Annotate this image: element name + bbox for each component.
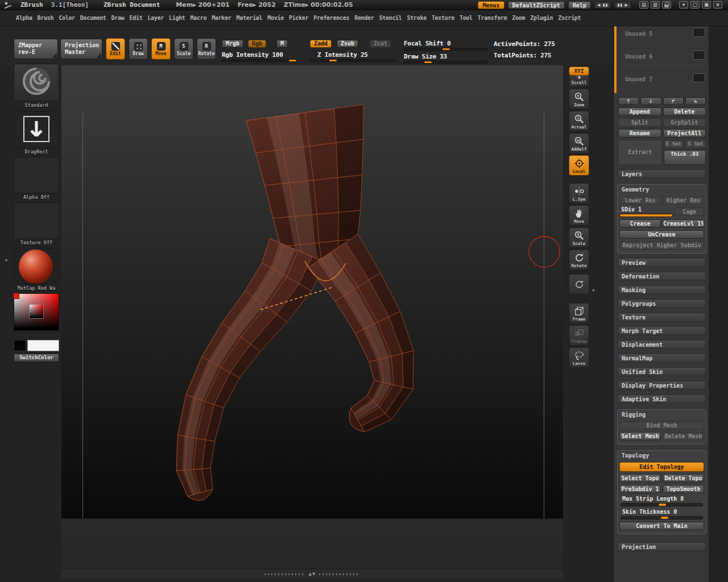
mrgb-button[interactable]: Mrgb bbox=[222, 40, 243, 48]
help-button[interactable]: Help bbox=[568, 1, 591, 9]
focal-shift-sl[interactable] bbox=[404, 48, 488, 51]
uncrease-button[interactable]: UnCrease bbox=[619, 230, 704, 239]
draw-mode-button[interactable]: Draw bbox=[129, 38, 148, 60]
section-unified-skin[interactable]: Unified Skin bbox=[618, 367, 706, 376]
document-canvas[interactable] bbox=[61, 65, 563, 568]
section-layers[interactable]: Layers bbox=[618, 169, 706, 178]
section-adaptive-skin[interactable]: Adaptive Skin bbox=[618, 394, 706, 404]
menu-item-draw[interactable]: Draw bbox=[111, 15, 125, 21]
menu-item-brush[interactable]: Brush bbox=[38, 15, 54, 21]
bind-mesh-button[interactable]: Bind Mesh bbox=[619, 421, 704, 430]
edit-topology-button[interactable]: Edit Topology bbox=[619, 462, 704, 472]
menu-item-edit[interactable]: Edit bbox=[129, 15, 142, 21]
tool-transp-button[interactable]: Transp bbox=[569, 325, 589, 346]
menu-item-tool[interactable]: Tool bbox=[460, 15, 473, 21]
store-depth-icon[interactable]: ▾ bbox=[679, 1, 688, 9]
lock-icon[interactable] bbox=[662, 1, 671, 9]
subtool-next-button[interactable]: ↳ bbox=[685, 97, 706, 105]
subtool-item[interactable]: Unused 5 bbox=[618, 26, 706, 49]
subtool-up-button[interactable]: ↑ bbox=[618, 97, 639, 105]
color-gradient[interactable] bbox=[14, 293, 59, 331]
menu-item-marker[interactable]: Marker bbox=[212, 15, 231, 21]
menu-item-transform[interactable]: Transform bbox=[478, 15, 507, 21]
tool-rotate-button[interactable]: Rotate bbox=[569, 250, 589, 270]
canvas-bottom-tray[interactable]: ▲▼ bbox=[61, 569, 563, 579]
max-strip-slider[interactable]: Max Strip Length 8 bbox=[621, 496, 703, 506]
alpha-selector[interactable]: Alpha Off bbox=[14, 157, 59, 200]
maximize-icon[interactable]: ▢ bbox=[690, 1, 700, 9]
multi-document-icon[interactable]: ▤ bbox=[639, 1, 648, 9]
tool-l-sym-button[interactable]: L.Sym bbox=[569, 183, 589, 203]
geometry-title[interactable]: Geometry bbox=[619, 186, 704, 194]
subtool-item[interactable]: Unused 6 bbox=[618, 49, 706, 72]
subtool-item[interactable]: Unused 7 bbox=[618, 72, 706, 94]
menu-item-texture[interactable]: Texture bbox=[432, 15, 454, 21]
select-topo-button[interactable]: Select Topo bbox=[619, 474, 661, 483]
append-button[interactable]: Append bbox=[618, 107, 661, 116]
delete-button[interactable]: Delete bbox=[663, 107, 706, 116]
menu-item-render[interactable]: Render bbox=[354, 15, 374, 21]
section-texture[interactable]: Texture bbox=[618, 313, 706, 322]
right-tray-handle-icon[interactable]: ▸ bbox=[593, 287, 595, 293]
menu-item-zplugin[interactable]: Zplugin bbox=[530, 15, 553, 21]
section-projection[interactable]: Projection bbox=[618, 542, 706, 551]
section-displacement[interactable]: Displacement bbox=[618, 340, 706, 349]
rotate-mode-button[interactable]: R Rotate bbox=[197, 38, 216, 60]
section-deformation[interactable]: Deformation bbox=[618, 272, 706, 281]
section-preview[interactable]: Preview bbox=[618, 258, 706, 267]
menu-item-color[interactable]: Color bbox=[59, 15, 75, 21]
rgb-intensity-sl[interactable] bbox=[222, 59, 297, 62]
tool-move-button[interactable]: Move bbox=[569, 205, 589, 226]
tool-lasso-button[interactable]: Lasso bbox=[569, 347, 589, 368]
section-normalmap[interactable]: NormalMap bbox=[618, 354, 706, 363]
subtool-scrollbar[interactable] bbox=[614, 26, 617, 93]
menu-item-layer[interactable]: Layer bbox=[147, 15, 164, 21]
cage-button[interactable]: Cage bbox=[675, 207, 704, 216]
lower-res-button[interactable]: Lower Res bbox=[619, 196, 661, 205]
texture-selector[interactable]: Texture Off bbox=[14, 202, 59, 246]
menu-item-macro[interactable]: Macro bbox=[191, 15, 207, 21]
default-zscript-button[interactable]: DefaultZScript bbox=[508, 1, 565, 9]
rename-button[interactable]: Rename bbox=[618, 129, 661, 138]
projectall-button[interactable]: ProjectAll bbox=[663, 129, 706, 138]
menu-item-movie[interactable]: Movie bbox=[267, 15, 284, 21]
menu-item-picker[interactable]: Picker bbox=[289, 15, 308, 21]
ssmt-button[interactable]: S Smt bbox=[685, 140, 706, 148]
close-icon[interactable]: × bbox=[713, 1, 722, 9]
sdiv-slider[interactable]: SDiv 1 bbox=[619, 206, 673, 217]
brush-selector[interactable]: Standard bbox=[14, 64, 59, 108]
split-button[interactable]: Split bbox=[618, 118, 661, 127]
crease-button[interactable]: Crease bbox=[619, 219, 661, 228]
scrub-right-control[interactable]: ▮▮ ▶ bbox=[614, 2, 631, 9]
tool-local-button[interactable]: Local bbox=[569, 155, 589, 176]
color-gradient-inner[interactable] bbox=[29, 304, 44, 319]
color-picker[interactable] bbox=[14, 293, 59, 339]
rgb-button[interactable]: Rgb bbox=[248, 40, 266, 48]
tool-aahalf-button[interactable]: AAAAHalf bbox=[569, 133, 589, 153]
grpsplit-button[interactable]: GrpSplit bbox=[663, 118, 706, 127]
menu-item-zoom[interactable]: Zoom bbox=[512, 15, 525, 21]
convert-to-main-button[interactable]: Convert To Main bbox=[619, 522, 704, 530]
extract-button[interactable]: Extract bbox=[618, 140, 662, 165]
section-masking[interactable]: Masking bbox=[618, 285, 706, 294]
secondary-color-swatch[interactable] bbox=[14, 340, 26, 351]
menus-button[interactable]: Menus bbox=[478, 1, 504, 9]
section-display-properties[interactable]: Display Properties bbox=[618, 381, 706, 390]
menu-item-material[interactable]: Material bbox=[237, 15, 263, 21]
skin-thickness-slider[interactable]: Skin Thickness 0 bbox=[621, 509, 703, 519]
tool-frame-button[interactable]: Frame bbox=[569, 303, 589, 323]
menu-item-stencil[interactable]: Stencil bbox=[379, 15, 402, 21]
material-selector[interactable]: MatCap Red Wa bbox=[14, 248, 59, 291]
scale-mode-button[interactable]: S Scale bbox=[174, 38, 193, 60]
tray-handle-arrows-icon[interactable]: ▲▼ bbox=[309, 572, 316, 576]
restore-icon[interactable]: ▣ bbox=[702, 1, 711, 9]
scrub-left-control[interactable]: ◀ ▮▮ bbox=[594, 2, 611, 9]
draw-size-sl[interactable] bbox=[404, 61, 488, 64]
tool-spin-button[interactable] bbox=[569, 274, 589, 294]
zmapper-button[interactable]: ZMapper rev-E bbox=[14, 39, 58, 59]
menu-item-zscript[interactable]: Zscript bbox=[558, 15, 581, 21]
zcut-button[interactable]: Zcut bbox=[370, 40, 391, 48]
left-tray-handle-icon[interactable]: ◂ bbox=[5, 257, 7, 263]
presubdiv-slider[interactable]: PreSubdiv 1 bbox=[619, 485, 661, 493]
stroke-selector[interactable]: DragRect bbox=[14, 111, 59, 155]
